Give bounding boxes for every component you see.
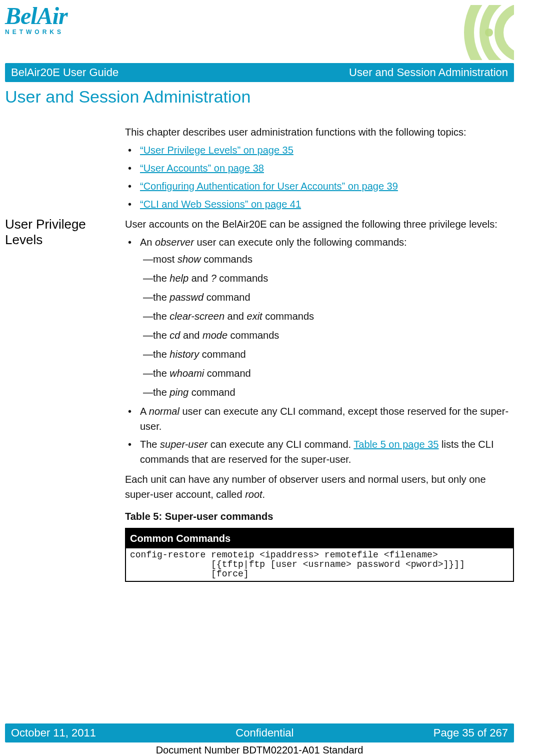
list-item: the clear-screen and exit commands — [140, 309, 514, 324]
list-item: the ping command — [140, 385, 514, 400]
logo-text-bel: Bel — [5, 3, 37, 29]
list-item: the history command — [140, 347, 514, 362]
after-para: Each unit can have any number of observe… — [125, 472, 514, 502]
toc-link-sessions[interactable]: “CLI and Web Sessions” on page 41 — [140, 199, 301, 210]
intro-para: This chapter describes user administrati… — [125, 125, 514, 140]
list-item: the passwd command — [140, 290, 514, 305]
list-item: A normal user can execute any CLI comman… — [125, 404, 514, 434]
commands-table: Common Commands config-restore remoteip … — [125, 528, 514, 582]
logo-subtext: NETWORKS — [5, 29, 95, 36]
guide-title: BelAir20E User Guide — [11, 66, 118, 79]
toc-link-privilege[interactable]: “User Privilege Levels” on page 35 — [140, 145, 294, 156]
list-item: the help and ? commands — [140, 271, 514, 286]
list-item: most show commands — [140, 252, 514, 267]
svg-point-3 — [499, 8, 514, 58]
footer: October 11, 2011 Confidential Page 35 of… — [5, 723, 514, 756]
decorative-graphic-icon — [449, 5, 514, 60]
topbar: BelAir20E User Guide User and Session Ad… — [5, 63, 514, 82]
section-crumb: User and Session Administration — [349, 66, 508, 79]
table-title: Table 5: Super-user commands — [125, 509, 514, 524]
header: BelAir NETWORKS — [5, 5, 514, 60]
footer-confidential: Confidential — [236, 726, 294, 739]
list-item: An observer user can execute only the fo… — [125, 235, 514, 400]
toc-list: “User Privilege Levels” on page 35 “User… — [125, 143, 514, 212]
section-heading: User Privilege Levels — [5, 217, 120, 582]
logo: BelAir NETWORKS — [5, 5, 95, 55]
list-item: the cd and mode commands — [140, 328, 514, 343]
table-cell: config-restore remoteip <ipaddress> remo… — [126, 548, 514, 581]
section-lead: User accounts on the BelAir20E can be as… — [125, 217, 514, 232]
page-title: User and Session Administration — [5, 87, 514, 107]
svg-point-4 — [485, 29, 493, 37]
list-item: The super-user can execute any CLI comma… — [125, 437, 514, 467]
list-item: the whoami command — [140, 366, 514, 381]
footer-page: Page 35 of 267 — [434, 726, 508, 739]
table-link[interactable]: Table 5 on page 35 — [354, 439, 438, 450]
footer-docnum: Document Number BDTM02201-A01 Standard — [5, 744, 514, 756]
toc-link-accounts[interactable]: “User Accounts” on page 38 — [140, 163, 264, 174]
logo-text-air: Air — [37, 3, 68, 29]
footer-date: October 11, 2011 — [11, 726, 96, 739]
toc-link-auth[interactable]: “Configuring Authentication for User Acc… — [140, 181, 398, 192]
table-header: Common Commands — [126, 528, 514, 548]
